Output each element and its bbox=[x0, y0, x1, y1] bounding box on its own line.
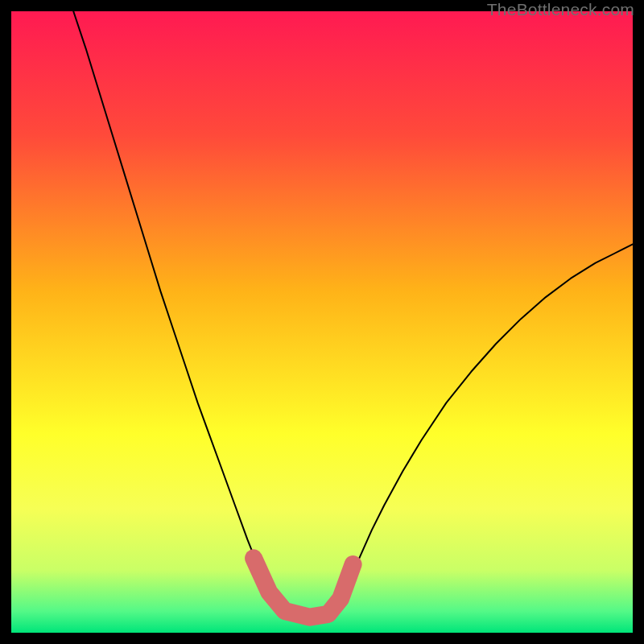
chart-background bbox=[11, 11, 633, 633]
chart-svg bbox=[11, 11, 633, 633]
chart-frame bbox=[11, 11, 633, 633]
watermark-text: TheBottleneck.com bbox=[487, 0, 634, 19]
